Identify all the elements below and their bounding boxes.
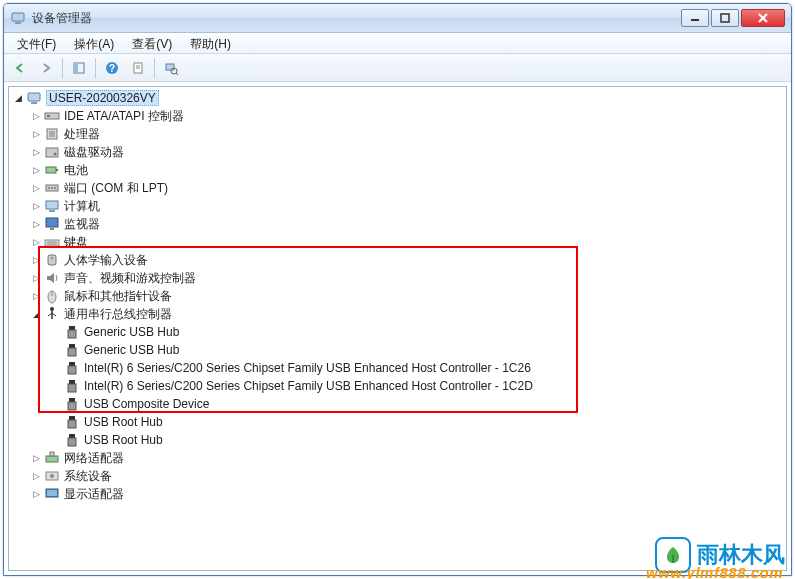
expand-icon[interactable]: ▷ bbox=[31, 273, 42, 284]
node-label: 磁盘驱动器 bbox=[64, 144, 124, 161]
expand-icon[interactable]: ▷ bbox=[31, 237, 42, 248]
cpu-icon bbox=[44, 126, 60, 142]
tree-child[interactable]: USB Root Hub bbox=[9, 413, 786, 431]
back-button[interactable] bbox=[8, 57, 32, 79]
svg-rect-57 bbox=[69, 434, 75, 438]
expand-icon[interactable]: ◢ bbox=[31, 309, 42, 320]
tree-content[interactable]: ◢ USER-20200326VY ▷IDE ATA/ATAPI 控制器▷处理器… bbox=[8, 86, 787, 571]
tree-child[interactable]: Generic USB Hub bbox=[9, 341, 786, 359]
svg-rect-13 bbox=[166, 64, 174, 70]
svg-rect-52 bbox=[68, 384, 76, 392]
window-title: 设备管理器 bbox=[32, 10, 681, 27]
tree-node[interactable]: ▷显示适配器 bbox=[9, 485, 786, 503]
expand-icon[interactable]: ◢ bbox=[13, 93, 24, 104]
properties-button[interactable] bbox=[126, 57, 150, 79]
tree-child[interactable]: Generic USB Hub bbox=[9, 323, 786, 341]
node-label: 鼠标和其他指针设备 bbox=[64, 288, 172, 305]
tree-node[interactable]: ▷声音、视频和游戏控制器 bbox=[9, 269, 786, 287]
child-label: USB Root Hub bbox=[84, 415, 163, 429]
node-label: 人体学输入设备 bbox=[64, 252, 148, 269]
tree-node[interactable]: ◢通用串行总线控制器 bbox=[9, 305, 786, 323]
device-manager-window: 设备管理器 文件(F) 操作(A) 查看(V) 帮助(H) ? ◢ USER-2… bbox=[3, 3, 792, 576]
expand-icon[interactable]: ▷ bbox=[31, 147, 42, 158]
svg-rect-56 bbox=[68, 420, 76, 428]
tree-node[interactable]: ▷IDE ATA/ATAPI 控制器 bbox=[9, 107, 786, 125]
expand-icon[interactable]: ▷ bbox=[31, 255, 42, 266]
node-label: IDE ATA/ATAPI 控制器 bbox=[64, 108, 184, 125]
menubar: 文件(F) 操作(A) 查看(V) 帮助(H) bbox=[4, 33, 791, 54]
watermark-url: www.ylmf888.com bbox=[646, 564, 783, 579]
tree-child[interactable]: Intel(R) 6 Series/C200 Series Chipset Fa… bbox=[9, 377, 786, 395]
child-label: Generic USB Hub bbox=[84, 325, 179, 339]
expand-icon[interactable]: ▷ bbox=[31, 201, 42, 212]
child-label: USB Composite Device bbox=[84, 397, 209, 411]
hid-icon bbox=[44, 252, 60, 268]
node-label: 端口 (COM 和 LPT) bbox=[64, 180, 168, 197]
tree-node[interactable]: ▷键盘 bbox=[9, 233, 786, 251]
tree-node[interactable]: ▷端口 (COM 和 LPT) bbox=[9, 179, 786, 197]
tree-node[interactable]: ▷磁盘驱动器 bbox=[9, 143, 786, 161]
close-button[interactable] bbox=[741, 9, 785, 27]
tree-node[interactable]: ▷网络适配器 bbox=[9, 449, 786, 467]
forward-button[interactable] bbox=[34, 57, 58, 79]
tree-node[interactable]: ▷鼠标和其他指针设备 bbox=[9, 287, 786, 305]
node-label: 通用串行总线控制器 bbox=[64, 306, 172, 323]
port-icon bbox=[44, 180, 60, 196]
node-label: 显示适配器 bbox=[64, 486, 124, 503]
usb-device-icon bbox=[64, 324, 80, 340]
svg-text:?: ? bbox=[109, 63, 115, 74]
network-icon bbox=[44, 450, 60, 466]
svg-point-38 bbox=[51, 257, 53, 259]
svg-rect-31 bbox=[49, 210, 55, 212]
mouse-icon bbox=[44, 288, 60, 304]
expand-icon[interactable]: ▷ bbox=[31, 111, 42, 122]
computer-icon bbox=[26, 90, 42, 106]
system-icon bbox=[44, 468, 60, 484]
tree-child[interactable]: USB Composite Device bbox=[9, 395, 786, 413]
maximize-button[interactable] bbox=[711, 9, 739, 27]
usb-device-icon bbox=[64, 396, 80, 412]
minimize-button[interactable] bbox=[681, 9, 709, 27]
tree-child[interactable]: Intel(R) 6 Series/C200 Series Chipset Fa… bbox=[9, 359, 786, 377]
expand-icon[interactable]: ▷ bbox=[31, 453, 42, 464]
tree-node[interactable]: ▷处理器 bbox=[9, 125, 786, 143]
tree-node[interactable]: ▷系统设备 bbox=[9, 467, 786, 485]
scan-button[interactable] bbox=[159, 57, 183, 79]
usb-device-icon bbox=[64, 432, 80, 448]
expand-icon[interactable]: ▷ bbox=[31, 165, 42, 176]
usb-icon bbox=[44, 306, 60, 322]
child-label: Intel(R) 6 Series/C200 Series Chipset Fa… bbox=[84, 361, 531, 375]
menu-view[interactable]: 查看(V) bbox=[123, 33, 181, 53]
tree-node[interactable]: ▷计算机 bbox=[9, 197, 786, 215]
expand-icon[interactable]: ▷ bbox=[31, 183, 42, 194]
tree-node[interactable]: ▷电池 bbox=[9, 161, 786, 179]
expand-icon[interactable]: ▷ bbox=[31, 219, 42, 230]
svg-point-23 bbox=[54, 153, 57, 156]
node-label: 计算机 bbox=[64, 198, 100, 215]
expand-icon[interactable]: ▷ bbox=[31, 129, 42, 140]
svg-rect-37 bbox=[48, 255, 56, 265]
svg-point-41 bbox=[50, 307, 54, 311]
tree-root[interactable]: ◢ USER-20200326VY bbox=[9, 89, 786, 107]
tree-node[interactable]: ▷人体学输入设备 bbox=[9, 251, 786, 269]
child-label: Intel(R) 6 Series/C200 Series Chipset Fa… bbox=[84, 379, 533, 393]
display-icon bbox=[44, 486, 60, 502]
titlebar[interactable]: 设备管理器 bbox=[4, 4, 791, 33]
app-icon bbox=[10, 10, 26, 26]
usb-device-icon bbox=[64, 414, 80, 430]
tree-child[interactable]: USB Root Hub bbox=[9, 431, 786, 449]
help-button[interactable]: ? bbox=[100, 57, 124, 79]
svg-rect-46 bbox=[68, 330, 76, 338]
toolbar-separator bbox=[154, 58, 155, 78]
menu-action[interactable]: 操作(A) bbox=[65, 33, 123, 53]
expand-icon[interactable]: ▷ bbox=[31, 471, 42, 482]
menu-file[interactable]: 文件(F) bbox=[8, 33, 65, 53]
tree-node[interactable]: ▷监视器 bbox=[9, 215, 786, 233]
show-hide-button[interactable] bbox=[67, 57, 91, 79]
menu-help[interactable]: 帮助(H) bbox=[181, 33, 240, 53]
expand-icon[interactable]: ▷ bbox=[31, 291, 42, 302]
toolbar-separator bbox=[62, 58, 63, 78]
disk-icon bbox=[44, 144, 60, 160]
expand-icon[interactable]: ▷ bbox=[31, 489, 42, 500]
svg-rect-25 bbox=[56, 169, 58, 171]
